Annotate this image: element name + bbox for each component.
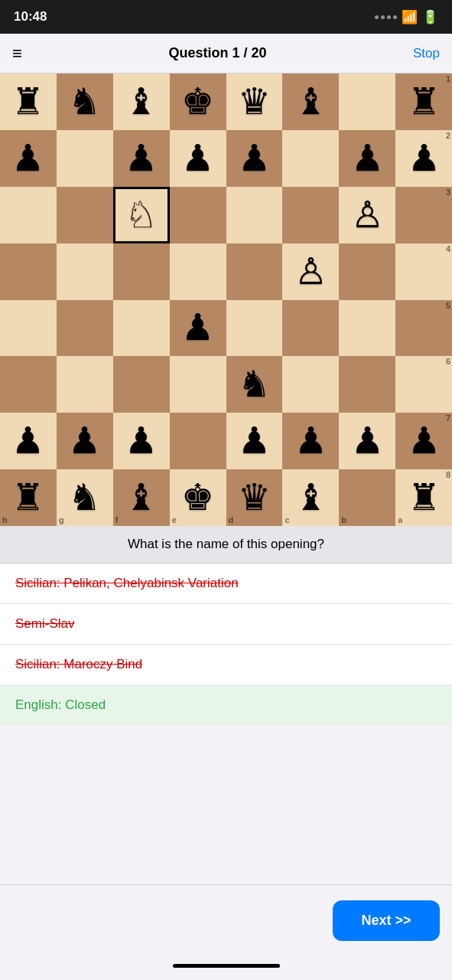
board-cell [282, 187, 339, 243]
board-cell: ♟ [57, 413, 113, 469]
board-cell [339, 356, 395, 413]
chess-piece: ♟ [11, 140, 44, 177]
board-cell: ♟ [339, 413, 395, 469]
answer-item[interactable]: Semi-Slav [0, 604, 452, 645]
board-cell [282, 130, 339, 187]
chess-piece: ♟ [351, 140, 384, 177]
status-icons: 📶 🔋 [375, 9, 438, 25]
chess-piece: ♜ [408, 83, 441, 120]
file-label: d [229, 516, 234, 524]
board-cell: ♛d [226, 469, 283, 526]
board-cell: 6 [395, 356, 452, 413]
chess-piece: ♚ [181, 83, 214, 120]
answer-item-correct[interactable]: English: Closed [0, 685, 452, 725]
board-cell [226, 243, 283, 300]
board-cell: ♙ [339, 187, 395, 243]
file-label: c [285, 516, 289, 524]
rank-label: 5 [446, 302, 450, 310]
board-cell [57, 187, 113, 243]
board-cell [226, 300, 283, 357]
chess-piece: ♝ [125, 83, 158, 120]
question-area: What is the name of this opening? [0, 526, 452, 564]
signal-icon [375, 15, 397, 19]
chess-piece: ♙ [351, 197, 384, 234]
board-cell: ♟ [339, 130, 395, 187]
chess-piece: ♟ [238, 140, 271, 177]
chess-piece: ♙ [294, 253, 327, 290]
board-cell: ♟ [282, 413, 339, 469]
board-cell: ♟ [170, 130, 226, 187]
board-cell: ♛ [226, 74, 283, 130]
chess-piece: ♛ [238, 83, 271, 120]
rank-label: 4 [446, 245, 450, 253]
chess-piece: ♟ [125, 423, 158, 459]
board-cell [282, 356, 339, 413]
board-cell [113, 356, 170, 413]
chess-piece: ♟ [294, 423, 327, 459]
answer-item[interactable]: Sicilian: Maroczy Bind [0, 645, 452, 685]
board-cell: ♞ [226, 356, 283, 413]
chess-piece: ♝ [294, 479, 327, 516]
board-cell: b [339, 469, 395, 526]
chess-piece: ♟ [125, 140, 158, 177]
rank-label: 3 [446, 188, 450, 197]
board-cell: ♜ [0, 74, 57, 130]
rank-label: 1 [446, 75, 450, 83]
answer-item[interactable]: Sicilian: Pelikan, Chelyabinsk Variation [0, 564, 452, 604]
nav-bar: ≡ Question 1 / 20 Stop [0, 34, 452, 74]
board-cell: ♙ [282, 243, 339, 300]
rank-label: 7 [446, 414, 450, 423]
board-cell: ♟ [170, 300, 226, 357]
chess-piece: ♟ [408, 140, 441, 177]
chess-piece: ♝ [125, 479, 158, 516]
chess-piece: ♜ [11, 83, 44, 120]
content-below-board: What is the name of this opening? Sicili… [0, 526, 452, 980]
rank-label: 6 [446, 358, 450, 366]
board-cell [57, 300, 113, 357]
menu-icon[interactable]: ≡ [12, 44, 22, 64]
board-cell [113, 243, 170, 300]
answers-list: Sicilian: Pelikan, Chelyabinsk Variation… [0, 564, 452, 725]
chess-piece: ♟ [351, 423, 384, 459]
chess-piece: ♘ [125, 197, 158, 234]
chess-piece: ♜ [11, 479, 44, 516]
bottom-area: Next >> [0, 884, 452, 956]
board-cell: ♝f [113, 469, 170, 526]
wifi-icon: 📶 [402, 9, 418, 25]
board-cell [339, 243, 395, 300]
board-cell [0, 187, 57, 243]
board-cell [57, 243, 113, 300]
board-cell: ♟7 [395, 413, 452, 469]
stop-button[interactable]: Stop [413, 46, 440, 61]
chess-piece: ♟ [408, 423, 441, 459]
board-cell [113, 300, 170, 357]
board-cell [170, 187, 226, 243]
board-cell [282, 300, 339, 357]
board-cell: ♟ [0, 413, 57, 469]
chess-piece: ♞ [68, 479, 101, 516]
chess-piece: ♟ [181, 140, 214, 177]
board-cell [0, 300, 57, 357]
answer-text: Semi-Slav [15, 616, 74, 631]
chess-piece: ♞ [238, 366, 271, 403]
rank-label: 8 [446, 471, 450, 479]
next-button[interactable]: Next >> [333, 900, 440, 941]
answer-text: English: Closed [15, 697, 106, 712]
nav-title: Question 1 / 20 [168, 45, 266, 61]
board-cell: ♟ [226, 413, 283, 469]
file-label: h [2, 516, 8, 524]
board-cell: ♝c [282, 469, 339, 526]
board-cell: ♚e [170, 469, 226, 526]
chess-piece: ♟ [11, 423, 44, 459]
board-cell: ♟ [226, 130, 283, 187]
board-cell [339, 74, 395, 130]
rank-label: 2 [446, 132, 450, 140]
status-bar: 10:48 📶 🔋 [0, 0, 452, 34]
chess-piece: ♚ [181, 479, 214, 516]
board-cell: ♜8a [395, 469, 452, 526]
board-cell [339, 300, 395, 357]
chess-piece: ♟ [238, 423, 271, 459]
board-cell [57, 356, 113, 413]
chess-board-container: ♜♞♝♚♛♝♜1♟♟♟♟♟♟2♘♙3♙4♟5♞6♟♟♟♟♟♟♟7♜h♞g♝f♚e… [0, 74, 452, 526]
file-label: f [115, 516, 119, 524]
